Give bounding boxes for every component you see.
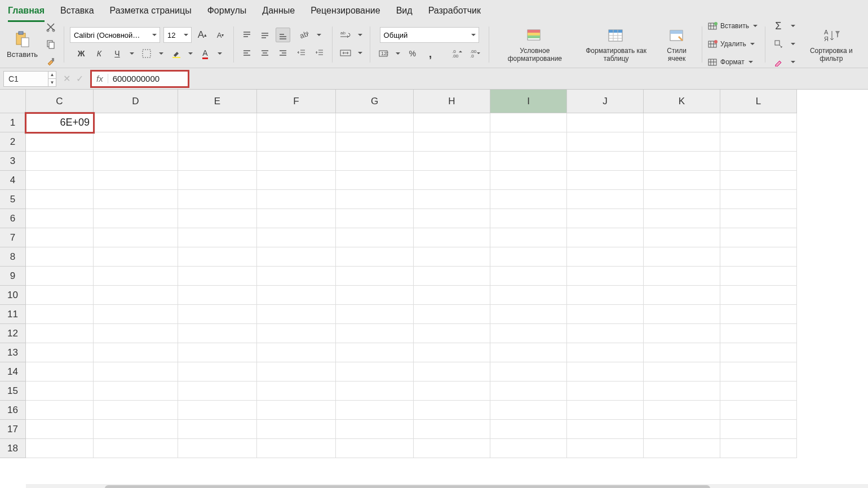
cell-G15[interactable] — [336, 381, 414, 401]
align-left-icon[interactable] — [240, 46, 254, 60]
cell-K12[interactable] — [644, 324, 720, 343]
col-header-H[interactable]: H — [414, 90, 490, 113]
cell-C18[interactable] — [26, 439, 94, 458]
cell-I11[interactable] — [490, 305, 567, 324]
cell-K16[interactable] — [644, 401, 720, 420]
cell-F15[interactable] — [257, 381, 336, 401]
cell-L14[interactable] — [720, 362, 797, 381]
cell-G2[interactable] — [336, 132, 414, 152]
wrap-dd[interactable] — [356, 28, 364, 42]
cell-K4[interactable] — [644, 171, 720, 190]
cell-H15[interactable] — [414, 381, 490, 401]
col-header-E[interactable]: E — [178, 90, 257, 113]
cell-I2[interactable] — [490, 132, 567, 152]
row-header-17[interactable]: 17 — [0, 420, 26, 439]
cell-F9[interactable] — [257, 267, 336, 286]
delete-dd[interactable] — [749, 37, 756, 51]
cell-G18[interactable] — [336, 439, 414, 458]
cell-H12[interactable] — [414, 324, 490, 343]
cell-C4[interactable] — [26, 171, 94, 190]
cell-F13[interactable] — [257, 343, 336, 362]
cell-J12[interactable] — [567, 324, 644, 343]
row-header-1[interactable]: 1 — [0, 113, 26, 132]
cell-J14[interactable] — [567, 362, 644, 381]
cell-L7[interactable] — [720, 228, 797, 247]
cell-G12[interactable] — [336, 324, 414, 343]
cell-D8[interactable] — [94, 247, 178, 267]
cell-H13[interactable] — [414, 343, 490, 362]
bold-button[interactable]: Ж — [74, 46, 88, 61]
cell-J7[interactable] — [567, 228, 644, 247]
row-header-4[interactable]: 4 — [0, 171, 26, 190]
cell-J4[interactable] — [567, 171, 644, 190]
cell-D15[interactable] — [94, 381, 178, 401]
cell-C12[interactable] — [26, 324, 94, 343]
cell-styles-button[interactable]: Стили ячеек — [657, 25, 696, 64]
cell-D13[interactable] — [94, 343, 178, 362]
tab-1[interactable]: Вставка — [60, 3, 94, 22]
cell-L12[interactable] — [720, 324, 797, 343]
cell-L18[interactable] — [720, 439, 797, 458]
cell-G11[interactable] — [336, 305, 414, 324]
cell-H3[interactable] — [414, 152, 490, 171]
cell-F17[interactable] — [257, 420, 336, 439]
paste-button[interactable]: Вставить — [5, 29, 40, 60]
cell-I9[interactable] — [490, 267, 567, 286]
merge-dd[interactable] — [356, 46, 364, 60]
cell-F18[interactable] — [257, 439, 336, 458]
font-color-dd[interactable] — [216, 46, 224, 61]
cell-C17[interactable] — [26, 420, 94, 439]
cell-C8[interactable] — [26, 247, 94, 267]
cell-I13[interactable] — [490, 343, 567, 362]
row-header-16[interactable]: 16 — [0, 401, 26, 420]
cell-F8[interactable] — [257, 247, 336, 267]
clear-dd[interactable] — [789, 55, 797, 69]
row-header-7[interactable]: 7 — [0, 228, 26, 247]
cell-H9[interactable] — [414, 267, 490, 286]
cut-icon[interactable] — [43, 20, 58, 34]
cell-H18[interactable] — [414, 439, 490, 458]
align-center-icon[interactable] — [258, 46, 272, 60]
cell-H14[interactable] — [414, 362, 490, 381]
cell-C11[interactable] — [26, 305, 94, 324]
cell-F3[interactable] — [257, 152, 336, 171]
cell-E3[interactable] — [178, 152, 257, 171]
cell-L5[interactable] — [720, 190, 797, 209]
cell-L2[interactable] — [720, 132, 797, 152]
h-scroll-thumb[interactable] — [105, 485, 710, 488]
cell-D7[interactable] — [94, 228, 178, 247]
col-header-K[interactable]: K — [644, 90, 720, 113]
cell-K13[interactable] — [644, 343, 720, 362]
cell-G16[interactable] — [336, 401, 414, 420]
row-header-2[interactable]: 2 — [0, 132, 26, 152]
cell-C3[interactable] — [26, 152, 94, 171]
currency-icon[interactable]: 123 — [376, 46, 391, 61]
cell-F6[interactable] — [257, 209, 336, 228]
align-middle-icon[interactable] — [258, 28, 272, 42]
underline-button[interactable]: Ч — [110, 46, 125, 61]
fill-dd[interactable] — [789, 37, 797, 51]
cell-J13[interactable] — [567, 343, 644, 362]
col-header-J[interactable]: J — [567, 90, 644, 113]
cell-D12[interactable] — [94, 324, 178, 343]
col-header-L[interactable]: L — [720, 90, 797, 113]
select-all-corner[interactable] — [0, 90, 26, 113]
delete-cells-button[interactable]: Удалить — [720, 40, 746, 48]
fill-color-icon[interactable] — [169, 46, 183, 61]
cell-J16[interactable] — [567, 401, 644, 420]
font-color-icon[interactable]: A — [198, 46, 212, 61]
cell-J17[interactable] — [567, 420, 644, 439]
cell-L11[interactable] — [720, 305, 797, 324]
enter-formula-icon[interactable]: ✓ — [76, 73, 83, 84]
conditional-format-button[interactable]: Условное форматирование — [494, 25, 575, 64]
cell-D1[interactable] — [94, 113, 178, 132]
row-header-3[interactable]: 3 — [0, 152, 26, 171]
insert-cells-button[interactable]: Вставить — [720, 22, 749, 30]
row-header-6[interactable]: 6 — [0, 209, 26, 228]
cell-G17[interactable] — [336, 420, 414, 439]
cell-L6[interactable] — [720, 209, 797, 228]
cell-K10[interactable] — [644, 286, 720, 305]
cell-E9[interactable] — [178, 267, 257, 286]
cell-G6[interactable] — [336, 209, 414, 228]
cell-K3[interactable] — [644, 152, 720, 171]
